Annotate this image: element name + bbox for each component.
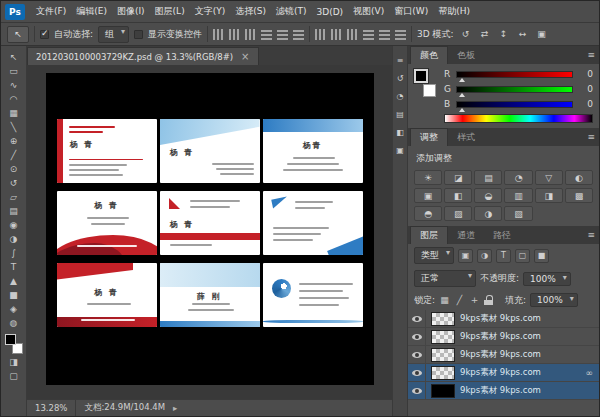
tool-move[interactable]: ↖ — [3, 50, 25, 64]
tool-crop[interactable]: ▦ — [3, 106, 25, 120]
green-slider[interactable] — [456, 86, 573, 93]
dock-panel-icon-2[interactable]: ↺ — [394, 72, 406, 84]
black-white-icon[interactable]: ◧ — [444, 188, 472, 203]
zoom-level[interactable]: 13.28% — [35, 403, 67, 413]
brightness-contrast-icon[interactable]: ☀ — [414, 170, 442, 185]
layer-row-selected[interactable]: 9kps素材 9kps.com — [408, 382, 599, 400]
visibility-toggle[interactable] — [408, 346, 426, 363]
align-center-vertical-icon[interactable] — [277, 29, 288, 40]
posterize-icon[interactable]: ◓ — [414, 206, 442, 221]
screen-mode-icon[interactable]: ▢ — [3, 369, 25, 383]
green-value[interactable]: 0 — [577, 84, 593, 94]
color-spectrum-bar[interactable] — [444, 114, 593, 123]
tab-paths[interactable]: 路径 — [484, 227, 520, 244]
panel-menu-icon[interactable]: ≡ — [587, 132, 595, 142]
tool-zoom[interactable]: ◍ — [3, 316, 25, 330]
invert-icon[interactable]: ▩ — [565, 188, 593, 203]
tab-styles[interactable]: 样式 — [448, 129, 484, 146]
auto-select-dropdown[interactable]: 组 — [98, 26, 129, 43]
distribute-center-horizontal-icon[interactable] — [331, 29, 342, 40]
fill-dropdown[interactable]: 100% — [530, 293, 578, 307]
filter-shape-layers-icon[interactable]: ▢ — [515, 249, 530, 263]
hue-saturation-icon[interactable]: ◐ — [565, 170, 593, 185]
visibility-toggle[interactable] — [408, 364, 426, 381]
filter-smart-objects-icon[interactable]: ■ — [534, 249, 549, 263]
align-right-icon[interactable] — [245, 29, 256, 40]
align-bottom-icon[interactable] — [293, 29, 304, 40]
blue-value[interactable]: 0 — [577, 99, 593, 109]
foreground-color-swatch[interactable] — [414, 69, 428, 83]
document-tab[interactable]: 2012030100003729KZ.psd @ 13.3%(RGB/8#) × — [27, 47, 259, 65]
tool-history-brush[interactable]: ↺ — [3, 176, 25, 190]
layer-name[interactable]: 9kps素材 9kps.com — [460, 349, 599, 361]
visibility-toggle[interactable] — [408, 310, 426, 327]
tool-spot-healing[interactable]: ⊕ — [3, 134, 25, 148]
color-swatches[interactable] — [414, 69, 438, 99]
lock-transparency-icon[interactable]: ▦ — [439, 295, 450, 305]
vibrance-icon[interactable]: ▽ — [535, 170, 563, 185]
visibility-toggle[interactable] — [408, 382, 426, 399]
tool-quick-selection[interactable]: ◠ — [3, 92, 25, 106]
blend-mode-dropdown[interactable]: 正常 — [414, 270, 476, 287]
tool-rectangular-marquee[interactable]: ▭ — [3, 64, 25, 78]
tab-layers[interactable]: 图层 — [410, 226, 448, 244]
opacity-dropdown[interactable]: 100% — [523, 272, 571, 286]
layer-thumbnail[interactable] — [431, 348, 455, 362]
color-lookup-icon[interactable]: ◨ — [535, 188, 563, 203]
menu-file[interactable]: 文件(F) — [31, 5, 71, 18]
layer-name[interactable]: 9kps素材 9kps.com — [460, 331, 599, 343]
tool-path-selection[interactable]: ▲ — [3, 274, 25, 288]
3d-roll-icon[interactable]: ⇄ — [478, 27, 492, 41]
lock-pixels-icon[interactable]: ╱ — [454, 295, 465, 305]
dock-panel-icon-3[interactable]: ◔ — [394, 90, 406, 102]
layer-row[interactable]: 9kps素材 9kps.com — [408, 310, 599, 328]
blue-slider[interactable] — [456, 101, 573, 108]
layer-name[interactable]: 9kps素材 9kps.com — [460, 313, 599, 325]
tool-rectangle-shape[interactable]: ■ — [3, 288, 25, 302]
foreground-background-swatches[interactable] — [3, 333, 25, 355]
dock-panel-icon-4[interactable]: ▤ — [394, 108, 406, 120]
gradient-map-icon[interactable]: ◑ — [474, 206, 502, 221]
menu-type[interactable]: 文字(Y) — [190, 5, 231, 18]
tool-brush[interactable]: ╱ — [3, 148, 25, 162]
align-center-horizontal-icon[interactable] — [229, 29, 240, 40]
red-value[interactable]: 0 — [577, 69, 593, 79]
distribute-left-icon[interactable] — [315, 29, 326, 40]
tool-gradient[interactable]: ▤ — [3, 204, 25, 218]
menu-help[interactable]: 帮助(H) — [433, 5, 475, 18]
tool-pen[interactable]: ∫ — [3, 246, 25, 260]
dock-panel-icon-5[interactable]: ◧ — [394, 126, 406, 138]
threshold-icon[interactable]: ▨ — [444, 206, 472, 221]
tool-dodge[interactable]: ◑ — [3, 232, 25, 246]
move-tool-preset-icon[interactable]: ↖ — [7, 26, 29, 43]
align-left-icon[interactable] — [213, 29, 224, 40]
auto-select-checkbox[interactable] — [40, 30, 49, 39]
3d-slide-icon[interactable]: ↔ — [516, 27, 530, 41]
layer-thumbnail[interactable] — [431, 330, 455, 344]
curves-icon[interactable]: ▤ — [474, 170, 502, 185]
layer-name[interactable]: 9kps素材 9kps.com — [460, 385, 599, 397]
dock-panel-icon-1[interactable]: ≡ — [394, 54, 406, 66]
tool-eraser[interactable]: ▱ — [3, 190, 25, 204]
layer-thumbnail[interactable] — [431, 366, 455, 380]
channel-mixer-icon[interactable]: ▥ — [504, 188, 532, 203]
tool-type[interactable]: T — [3, 260, 25, 274]
tool-blur[interactable]: ◉ — [3, 218, 25, 232]
photo-filter-icon[interactable]: ◒ — [474, 188, 502, 203]
align-top-icon[interactable] — [261, 29, 272, 40]
distribute-top-icon[interactable] — [363, 29, 374, 40]
selective-color-icon[interactable]: ▧ — [504, 206, 532, 221]
filter-type-layers-icon[interactable]: T — [496, 249, 511, 263]
background-color-swatch[interactable] — [423, 84, 436, 97]
layer-row[interactable]: 9kps素材 9kps.com — [408, 328, 599, 346]
tab-channels[interactable]: 通道 — [448, 227, 484, 244]
menu-layer[interactable]: 图层(L) — [150, 5, 190, 18]
levels-icon[interactable]: ◪ — [444, 170, 472, 185]
close-icon[interactable]: × — [241, 51, 249, 62]
menu-filter[interactable]: 滤镜(T) — [271, 5, 312, 18]
exposure-icon[interactable]: ◔ — [504, 170, 532, 185]
panel-menu-icon[interactable]: ≡ — [587, 50, 595, 60]
quick-mask-icon[interactable]: ◨ — [3, 355, 25, 369]
lock-position-icon[interactable]: + — [469, 295, 480, 305]
layer-name[interactable]: 9kps素材 9kps.com — [460, 367, 580, 379]
